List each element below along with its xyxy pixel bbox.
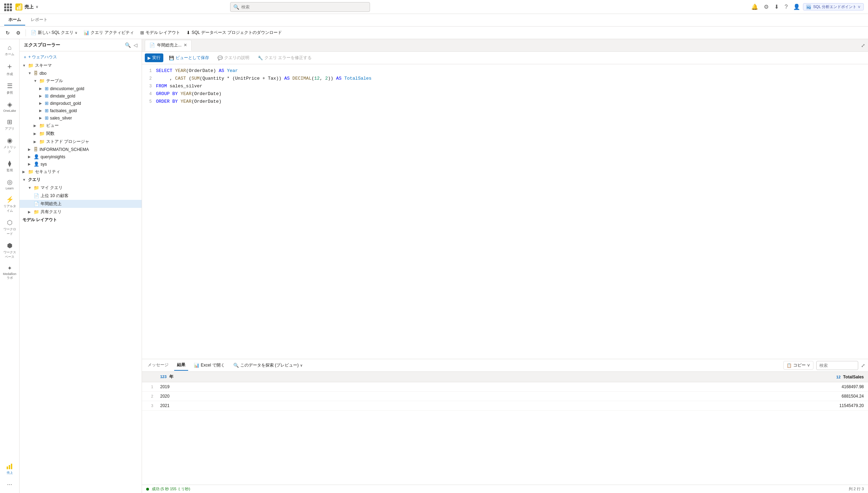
nav-workspace[interactable]: ⬢ ワークスペース (1, 240, 18, 261)
apps-icon: ⊞ (7, 118, 12, 126)
results-search-input[interactable] (816, 361, 858, 370)
nav-learn[interactable]: ◎ Learn (1, 176, 18, 192)
views-label: ビュー (46, 123, 59, 129)
query-activity-button[interactable]: 📊 クエリ アクティビティ (81, 28, 136, 37)
sidebar-item-stored-procedures[interactable]: ▶ 📁 ストアド プロシージャ (20, 138, 142, 146)
folder-icon: 📁 (28, 63, 34, 68)
nav-workload[interactable]: ⬡ ワークロード (1, 217, 18, 238)
svg-rect-8 (11, 464, 12, 469)
sql-editor[interactable]: 1 SELECT YEAR(OrderDate) AS Year 2 , CAS… (142, 64, 868, 359)
chevron-down-icon[interactable]: ∨ (36, 5, 38, 9)
tab-report[interactable]: レポート (27, 15, 52, 26)
toolbar-settings-button[interactable]: ⚙ (13, 29, 23, 37)
chevron-right-icon: ▶ (34, 140, 38, 144)
dropdown-arrow-icon: ∨ (75, 31, 77, 35)
sidebar-item-views[interactable]: ▶ 📁 ビュー (20, 122, 142, 130)
table-name: sales_silver (50, 116, 72, 121)
nav-medallion[interactable]: ✦ Medallionラボ (1, 263, 18, 282)
table-header-row: 123 年 12 TotalSales (142, 372, 868, 382)
sidebar-item-functions[interactable]: ▶ 📁 関数 (20, 130, 142, 138)
explore-data-button[interactable]: 🔍 このデータを探索 (プレビュー) ∨ (230, 361, 305, 369)
sidebar-item-table[interactable]: ▶ ⊞ dimcustomer_gold (20, 85, 142, 92)
tab-close-icon[interactable]: ✕ (184, 43, 187, 48)
account-icon[interactable]: 👤 (793, 3, 800, 10)
medallion-icon: ✦ (7, 265, 12, 271)
sys-label: sys (41, 162, 47, 167)
workspace-icon: ⬢ (7, 242, 13, 249)
sidebar-item-sys[interactable]: ▶ 👤 sys (20, 160, 142, 168)
download-project-button[interactable]: ⬇ SQL データベース プロジェクトのダウンロード (184, 28, 285, 37)
settings-icon[interactable]: ⚙ (764, 3, 769, 10)
query-explanation-button[interactable]: 💬 クエリの説明 (215, 53, 252, 62)
nav-sales-label: 売上 (7, 471, 13, 475)
add-warehouse-button[interactable]: + + ウェアハウス (20, 53, 142, 61)
line-code: GROUP BY YEAR(OrderDate) (156, 90, 868, 98)
nav-monitor[interactable]: ⧫ 監視 (1, 158, 18, 175)
tab-messages[interactable]: メッセージ (145, 360, 171, 371)
sidebar-item-security[interactable]: ▶ 📁 セキュリティ (20, 168, 142, 176)
notification-icon[interactable]: 🔔 (751, 3, 758, 10)
app-logo: 売上 ∨ (15, 3, 38, 10)
col-total-header[interactable]: 12 TotalSales (423, 372, 868, 382)
tab-results[interactable]: 結果 (174, 360, 188, 371)
save-as-view-button[interactable]: 💾 ビューとして保存 (166, 53, 212, 62)
sidebar-item-query1[interactable]: 📄 上位 10 の顧客 (20, 192, 142, 200)
col-year-header[interactable]: 123 年 (156, 372, 423, 382)
sidebar-item-table[interactable]: ▶ ⊞ factsales_gold (20, 107, 142, 114)
collapse-results-icon[interactable]: ⤢ (861, 363, 865, 368)
nav-monitor-label: 監視 (7, 168, 13, 173)
line-code: FROM sales_silver (156, 82, 868, 90)
table-icon: ⊞ (45, 108, 49, 113)
nav-home[interactable]: ⌂ ホーム (1, 42, 18, 59)
search-box[interactable]: 🔍 (230, 2, 370, 12)
new-sql-query-label: 新しい SQL クエリ (38, 30, 73, 36)
sidebar-item-information-schema[interactable]: ▶ 🗄 INFORMATION_SCHEMA (20, 146, 142, 153)
help-icon[interactable]: ? (784, 4, 788, 10)
nav-realtime[interactable]: ⚡ リアルタイム (1, 194, 18, 215)
query-tab-icon: 📄 (149, 43, 155, 48)
sidebar-item-shared-queries[interactable]: ▶ 📁 共有クエリ (20, 208, 142, 216)
copy-button[interactable]: 📋 コピー ∨ (783, 361, 813, 370)
nav-create-label: 作成 (7, 72, 13, 77)
sidebar-item-queryinsights[interactable]: ▶ 👤 queryinsights (20, 153, 142, 160)
sidebar-item-query2[interactable]: 📄 年間総売上 (20, 200, 142, 208)
nav-metrics[interactable]: ◉ メトリック (1, 135, 18, 156)
sidebar-item-table[interactable]: ▶ ⊞ dimproduct_gold (20, 100, 142, 107)
apps-grid-icon[interactable] (4, 3, 11, 10)
expand-icon[interactable]: ⤢ (861, 43, 865, 48)
nav-onelake[interactable]: ◈ OneLake (1, 99, 18, 115)
search-sidebar-icon[interactable]: 🔍 (125, 42, 131, 48)
sidebar-item-schema[interactable]: ▼ 📁 スキーマ (20, 61, 142, 70)
sql-editor-scroll[interactable]: 1 SELECT YEAR(OrderDate) AS Year 2 , CAS… (142, 64, 868, 359)
download-icon[interactable]: ⬇ (774, 3, 779, 10)
results-area: メッセージ 結果 📊 Excel で開く 🔍 このデータを探索 (プレビュー) … (142, 359, 868, 485)
sidebar-item-queries[interactable]: ▼ クエリ (20, 176, 142, 184)
nav-create[interactable]: + 作成 (1, 60, 18, 79)
sidebar-item-tables[interactable]: ▼ 📁 テーブル (20, 77, 142, 85)
sidebar-item-model-layout[interactable]: モデル レイアウト (20, 216, 142, 224)
open-excel-button[interactable]: 📊 Excel で開く (191, 361, 228, 369)
run-button[interactable]: ▶ 実行 (145, 53, 163, 62)
sidebar-item-my-queries[interactable]: ▼ 📁 マイ クエリ (20, 184, 142, 192)
nav-sales[interactable]: 売上 (1, 460, 18, 477)
model-layout-button[interactable]: ⊞ モデル レイアウト (137, 28, 183, 37)
collapse-sidebar-icon[interactable]: ◁ (134, 42, 137, 48)
data-table: 123 年 12 TotalSales 1 2019 4168497.98 2 (142, 372, 868, 411)
schema-label: スキーマ (35, 63, 52, 68)
sidebar-item-dbo[interactable]: ▼ 🗄 dbo (20, 70, 142, 77)
nav-browse[interactable]: ☰ 参照 (1, 80, 18, 97)
refresh-button[interactable]: ↻ (3, 29, 13, 37)
search-input[interactable] (241, 5, 367, 9)
tab-home[interactable]: ホーム (4, 15, 25, 26)
sidebar-item-table[interactable]: ▶ ⊞ dimdate_gold (20, 92, 142, 100)
sidebar-title: エクスプローラー (24, 42, 60, 48)
nav-apps[interactable]: ⊞ アプリ (1, 116, 18, 133)
sidebar-item-table[interactable]: ▶ ⊞ sales_silver (20, 114, 142, 122)
nav-learn-label: Learn (6, 187, 14, 190)
sql-endpoint-badge[interactable]: SQL SQL 分析エンドポイント ∨ (803, 3, 864, 10)
new-sql-query-button[interactable]: 📄 新しい SQL クエリ ∨ (28, 28, 80, 37)
fix-error-button[interactable]: 🔧 クエリ エラーを修正する (255, 53, 314, 62)
nav-more[interactable]: ··· (1, 479, 18, 490)
nav-tabs: ホーム レポート (0, 14, 868, 27)
editor-tab-annual-sales[interactable]: 📄 年間総売上... ✕ (145, 40, 192, 51)
